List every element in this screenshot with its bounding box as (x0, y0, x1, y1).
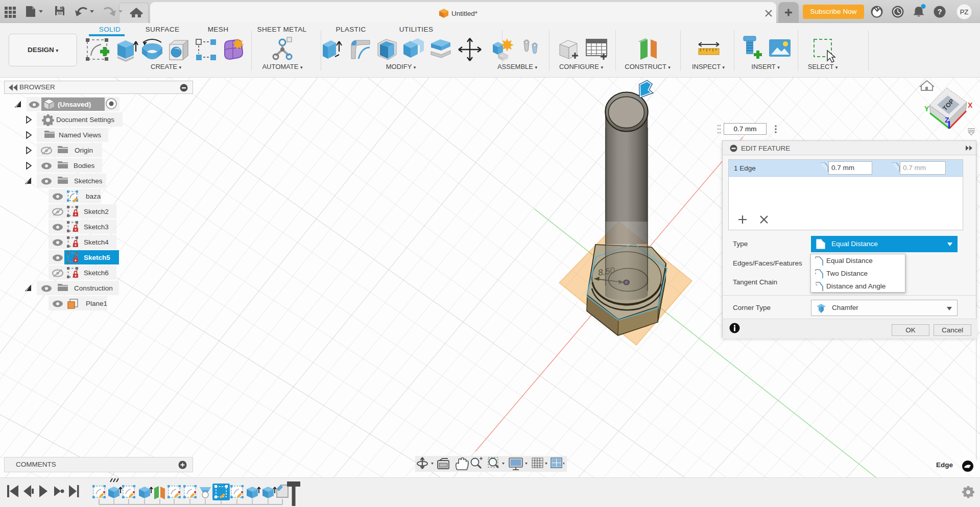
svg-text:PZ: PZ (960, 8, 969, 16)
svg-text:Y: Y (924, 105, 929, 113)
svg-text:?: ? (937, 7, 942, 16)
svg-text:Untitled*: Untitled* (451, 10, 478, 17)
svg-text:Z: Z (945, 116, 949, 124)
svg-text:X: X (968, 101, 973, 109)
